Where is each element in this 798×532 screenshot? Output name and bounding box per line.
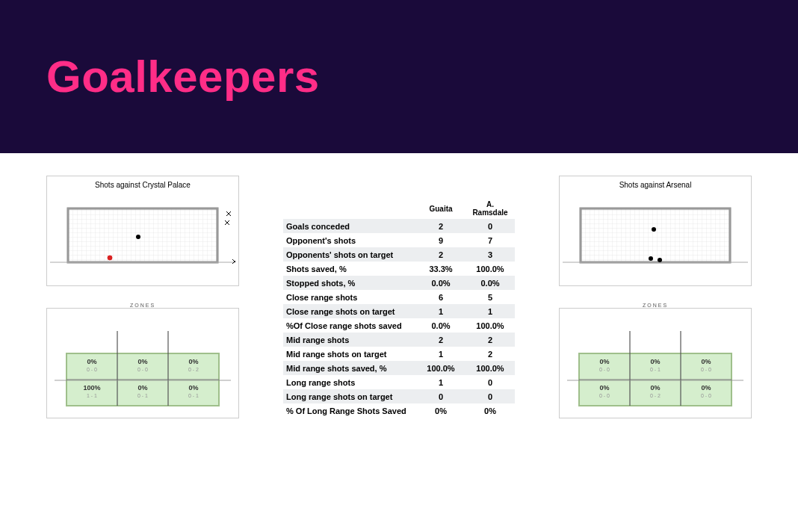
value-a: 0.0%	[416, 318, 466, 332]
table-row: Opponent's shots97	[283, 233, 515, 247]
value-b: 0.0%	[466, 276, 515, 290]
goal-map-right: Shots against Arsenal	[559, 176, 752, 286]
value-a: 1	[416, 375, 466, 389]
value-a: 2	[416, 247, 466, 262]
metric-label: % Of Long Range Shots Saved	[283, 403, 416, 418]
stats-table: Guaita A. Ramsdale Goals conceded20Oppon…	[283, 198, 515, 418]
th-player-b: A. Ramsdale	[466, 198, 515, 219]
value-a: 0.0%	[416, 276, 466, 290]
table-row: Close range shots on target11	[283, 304, 515, 318]
value-b: 100.0%	[466, 361, 515, 375]
svg-point-4	[136, 235, 140, 239]
value-b: 3	[466, 247, 515, 262]
value-a: 2	[416, 219, 466, 233]
value-b: 0	[466, 375, 515, 389]
value-a: 0%	[416, 403, 466, 418]
zones-grid-left: 0% 0 - 0 0% 0 - 0 0% 0 - 2 100% 1 - 1 0%…	[55, 316, 231, 416]
left-panel: Shots against Crystal Palace	[46, 176, 239, 418]
value-b: 7	[466, 233, 515, 247]
table-row: Long range shots10	[283, 375, 515, 389]
goal-map-title-right: Shots against Arsenal	[563, 179, 748, 192]
goal-map-left: Shots against Crystal Palace	[46, 176, 239, 286]
goal-chart-right	[563, 192, 748, 282]
metric-label: Mid range shots	[283, 332, 416, 347]
metric-label: Close range shots on target	[283, 304, 416, 318]
value-b: 5	[466, 290, 515, 304]
table-row: Mid range shots saved, %100.0%100.0%	[283, 361, 515, 375]
value-b: 0	[466, 219, 515, 233]
page-title: Goalkeepers	[46, 51, 320, 102]
metric-label: Mid range shots on target	[283, 347, 416, 361]
value-b: 100.0%	[466, 318, 515, 332]
value-b: 1	[466, 304, 515, 318]
value-a: 100.0%	[416, 361, 466, 375]
metric-label: Long range shots	[283, 375, 416, 389]
metric-label: Opponent's shots	[283, 233, 416, 247]
th-metric	[283, 198, 416, 219]
table-row: Long range shots on target00	[283, 389, 515, 403]
value-b: 0	[466, 389, 515, 403]
value-b: 100.0%	[466, 262, 515, 276]
goal-chart-left	[50, 192, 235, 282]
table-row: %Of Close range shots saved0.0%100.0%	[283, 318, 515, 332]
page-header: Goalkeepers	[0, 0, 798, 153]
stats-table-wrapper: Guaita A. Ramsdale Goals conceded20Oppon…	[283, 198, 515, 418]
metric-label: Stopped shots, %	[283, 276, 416, 290]
table-row: Shots saved, %33.3%100.0%	[283, 262, 515, 276]
value-a: 9	[416, 233, 466, 247]
table-row: Stopped shots, %0.0%0.0%	[283, 276, 515, 290]
svg-point-23	[658, 258, 662, 262]
value-a: 0	[416, 389, 466, 403]
table-row: Close range shots65	[283, 290, 515, 304]
metric-label: Mid range shots saved, %	[283, 361, 416, 375]
table-row: Opponents' shots on target23	[283, 247, 515, 262]
zones-label-right: ZONES	[559, 303, 752, 308]
goal-map-title-left: Shots against Crystal Palace	[50, 179, 235, 192]
zones-label-left: ZONES	[46, 303, 239, 308]
right-panel: Shots against Arsenal ZONES	[559, 176, 752, 418]
metric-label: Opponents' shots on target	[283, 247, 416, 262]
value-a: 33.3%	[416, 262, 466, 276]
svg-rect-18	[581, 208, 730, 262]
metric-label: Long range shots on target	[283, 389, 416, 403]
th-player-a: Guaita	[416, 198, 466, 219]
value-b: 2	[466, 332, 515, 347]
zones-wrapper-left: ZONES 0% 0 - 0 0% 0 - 0	[46, 301, 239, 418]
table-row: Mid range shots on target12	[283, 347, 515, 361]
metric-label: Close range shots	[283, 290, 416, 304]
value-a: 1	[416, 304, 466, 318]
svg-point-5	[107, 255, 113, 261]
table-row: Mid range shots22	[283, 332, 515, 347]
value-b: 0%	[466, 403, 515, 418]
value-a: 6	[416, 290, 466, 304]
svg-point-21	[652, 227, 656, 232]
main-content: Shots against Crystal Palace	[0, 153, 798, 418]
metric-label: Goals conceded	[283, 219, 416, 233]
metric-label: Shots saved, %	[283, 262, 416, 276]
svg-point-22	[649, 256, 653, 261]
value-a: 1	[416, 347, 466, 361]
table-row: % Of Long Range Shots Saved0%0%	[283, 403, 515, 418]
table-row: Goals conceded20	[283, 219, 515, 233]
zones-grid-right: 0% 0 - 0 0% 0 - 1 0% 0 - 0 0% 0 - 0 0% 0…	[567, 316, 743, 416]
metric-label: %Of Close range shots saved	[283, 318, 416, 332]
value-b: 2	[466, 347, 515, 361]
value-a: 2	[416, 332, 466, 347]
svg-rect-1	[68, 208, 217, 262]
zones-wrapper-right: ZONES 0% 0 - 0 0% 0 - 1 0% 0 - 0	[559, 301, 752, 418]
